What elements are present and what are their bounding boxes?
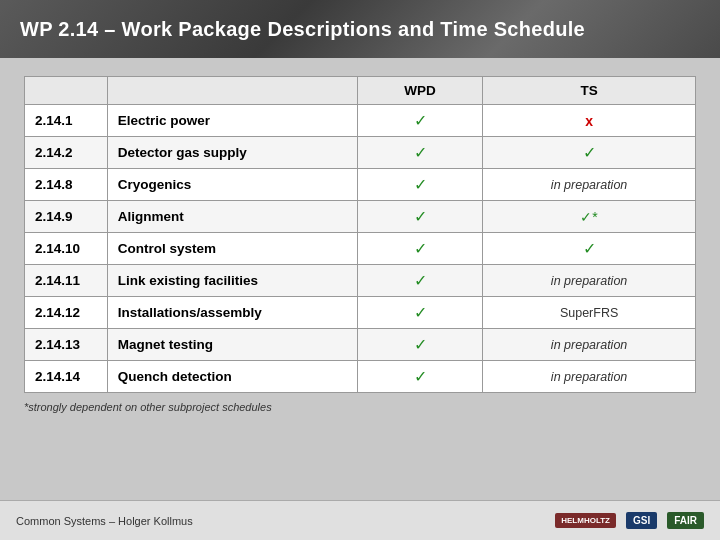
- row-wpd: ✓: [358, 105, 483, 137]
- table-row: 2.14.10Control system✓✓: [25, 233, 696, 265]
- row-id: 2.14.1: [25, 105, 108, 137]
- table-row: 2.14.12Installations/assembly✓SuperFRS: [25, 297, 696, 329]
- row-label: Cryogenics: [107, 169, 357, 201]
- gsi-logo: GSI: [626, 512, 657, 529]
- table-row: 2.14.11Link existing facilities✓in prepa…: [25, 265, 696, 297]
- row-ts: in preparation: [483, 265, 696, 297]
- table-header-row: WPD TS: [25, 77, 696, 105]
- page-title: WP 2.14 – Work Package Descriptions and …: [20, 18, 585, 41]
- footer-text: Common Systems – Holger Kollmus: [16, 515, 193, 527]
- row-ts: in preparation: [483, 329, 696, 361]
- table-row: 2.14.13Magnet testing✓in preparation: [25, 329, 696, 361]
- row-id: 2.14.12: [25, 297, 108, 329]
- table-row: 2.14.8Cryogenics✓in preparation: [25, 169, 696, 201]
- row-wpd: ✓: [358, 169, 483, 201]
- row-label: Link existing facilities: [107, 265, 357, 297]
- table-row: 2.14.14Quench detection✓in preparation: [25, 361, 696, 393]
- row-label: Magnet testing: [107, 329, 357, 361]
- row-wpd: ✓: [358, 297, 483, 329]
- table-row: 2.14.1Electric power✓x: [25, 105, 696, 137]
- table-row: 2.14.2Detector gas supply✓✓: [25, 137, 696, 169]
- row-label: Electric power: [107, 105, 357, 137]
- row-label: Installations/assembly: [107, 297, 357, 329]
- row-label: Quench detection: [107, 361, 357, 393]
- col-header-id: [25, 77, 108, 105]
- row-id: 2.14.9: [25, 201, 108, 233]
- row-wpd: ✓: [358, 201, 483, 233]
- header: WP 2.14 – Work Package Descriptions and …: [0, 0, 720, 58]
- row-wpd: ✓: [358, 137, 483, 169]
- col-header-wpd: WPD: [358, 77, 483, 105]
- row-id: 2.14.14: [25, 361, 108, 393]
- row-id: 2.14.8: [25, 169, 108, 201]
- helmholtz-logo: HELMHOLTZ: [555, 513, 616, 528]
- row-id: 2.14.10: [25, 233, 108, 265]
- table-row: 2.14.9Alignment✓✓*: [25, 201, 696, 233]
- row-wpd: ✓: [358, 233, 483, 265]
- row-label: Control system: [107, 233, 357, 265]
- row-ts: in preparation: [483, 169, 696, 201]
- footnote: *strongly dependent on other subproject …: [24, 401, 696, 413]
- row-wpd: ✓: [358, 265, 483, 297]
- row-id: 2.14.2: [25, 137, 108, 169]
- row-id: 2.14.13: [25, 329, 108, 361]
- footer-logos: HELMHOLTZ GSI FAIR: [555, 512, 704, 529]
- main-content: WPD TS 2.14.1Electric power✓x2.14.2Detec…: [0, 58, 720, 423]
- row-ts: SuperFRS: [483, 297, 696, 329]
- row-ts: x: [483, 105, 696, 137]
- row-ts: ✓: [483, 233, 696, 265]
- row-wpd: ✓: [358, 361, 483, 393]
- row-ts: ✓*: [483, 201, 696, 233]
- row-wpd: ✓: [358, 329, 483, 361]
- col-header-ts: TS: [483, 77, 696, 105]
- row-label: Detector gas supply: [107, 137, 357, 169]
- col-header-label: [107, 77, 357, 105]
- row-id: 2.14.11: [25, 265, 108, 297]
- row-ts: in preparation: [483, 361, 696, 393]
- footer: Common Systems – Holger Kollmus HELMHOLT…: [0, 500, 720, 540]
- row-label: Alignment: [107, 201, 357, 233]
- row-ts: ✓: [483, 137, 696, 169]
- fair-logo: FAIR: [667, 512, 704, 529]
- wp-table: WPD TS 2.14.1Electric power✓x2.14.2Detec…: [24, 76, 696, 393]
